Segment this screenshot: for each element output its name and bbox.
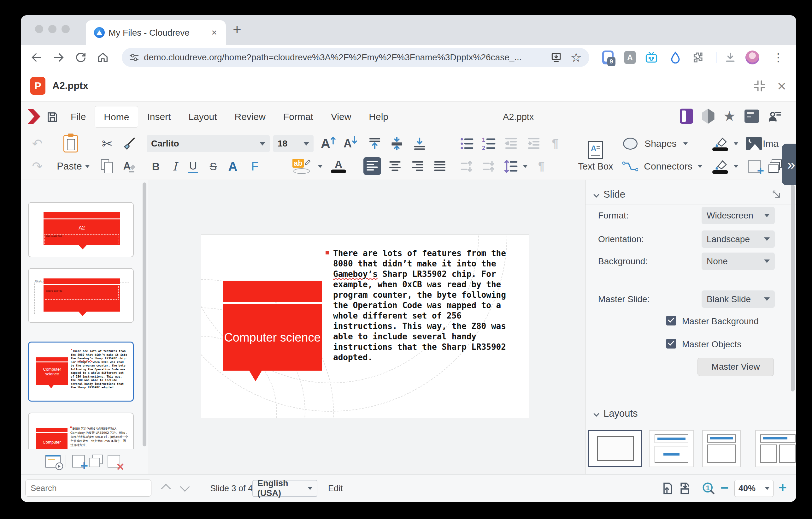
zoom-100-icon[interactable]: 1 [702, 482, 716, 495]
align-justify-icon[interactable] [431, 157, 448, 175]
traffic-light-zoom[interactable] [61, 25, 70, 33]
master-objects-checkbox[interactable] [666, 339, 676, 349]
slide-3-canvas[interactable]: Computer science There are lots of featu… [201, 235, 529, 418]
undo-icon[interactable]: ↶ [28, 135, 46, 153]
tab-close-icon[interactable]: × [208, 27, 220, 38]
shapes-caret[interactable] [682, 135, 690, 153]
line-spacing-icon[interactable] [501, 157, 521, 175]
slide-body-text[interactable]: There are lots of features from the 8080… [333, 248, 511, 363]
slides-stack-icon[interactable] [767, 157, 784, 175]
decrease-indent-icon[interactable] [501, 135, 521, 153]
forward-icon[interactable] [50, 49, 67, 66]
align-right-icon[interactable] [409, 157, 427, 175]
menu-file[interactable]: File [62, 106, 95, 128]
image-icon[interactable] [745, 135, 763, 153]
copy-icon[interactable] [98, 157, 116, 175]
extensions-puzzle-icon[interactable] [690, 49, 705, 66]
traffic-light-minimize[interactable] [48, 25, 56, 33]
url-bar[interactable]: demo.cloudreve.org/home?path=cloudreve%3… [122, 48, 589, 67]
thumbnail-slide-3-selected[interactable]: Computer science There are lots of featu… [28, 342, 134, 402]
valign-middle-icon[interactable] [387, 135, 406, 153]
valign-top-icon[interactable] [365, 135, 384, 153]
panel-toggle-icon[interactable] [680, 109, 693, 124]
install-app-icon[interactable] [550, 51, 562, 63]
zoom-level-select[interactable]: 40% [734, 480, 774, 497]
shapes-button[interactable]: Shapes [642, 135, 679, 153]
mode-label[interactable]: Edit [328, 474, 343, 502]
thumbnails-scrollbar[interactable] [143, 183, 146, 446]
layouts-section-header[interactable]: Layouts [594, 408, 638, 419]
fit-slide-icon[interactable] [661, 482, 674, 495]
clipboard-icon[interactable] [58, 135, 83, 153]
valign-bottom-icon[interactable] [410, 135, 429, 153]
menu-insert[interactable]: Insert [138, 106, 179, 128]
menu-review[interactable]: Review [226, 106, 274, 128]
background-select[interactable]: None [702, 252, 775, 270]
thumbnail-slide-1[interactable]: A2 Click to add Text [28, 202, 134, 257]
format-select[interactable]: Widescreen [702, 207, 775, 224]
underline-icon[interactable]: U [185, 157, 201, 175]
site-controls-icon[interactable] [129, 52, 139, 63]
profile-avatar[interactable] [745, 49, 760, 66]
exit-fullscreen-icon[interactable] [752, 78, 767, 93]
orientation-select[interactable]: Landscape [702, 230, 775, 248]
user-feedback-icon[interactable] [768, 109, 782, 124]
move-down-icon[interactable] [480, 157, 498, 175]
save-icon[interactable] [45, 110, 60, 125]
extension-drop-icon[interactable] [668, 49, 683, 66]
bookmark-star-icon[interactable]: ☆ [570, 51, 582, 64]
traffic-light-close[interactable] [35, 25, 43, 33]
browser-tab[interactable]: My Files - Cloudreve × [86, 20, 226, 45]
delete-slide-icon[interactable]: × [105, 453, 123, 470]
panel-scrollbar[interactable] [791, 185, 795, 391]
zoom-in-button[interactable]: + [779, 474, 787, 502]
menu-format[interactable]: Format [274, 106, 322, 128]
thumbnail-slide-2[interactable]: Click to add Text Click to add Title [28, 268, 134, 323]
highlight-color-icon[interactable]: ab [290, 157, 314, 175]
start-slideshow-icon[interactable] [44, 453, 62, 470]
shape-fill-icon[interactable] [710, 135, 730, 153]
master-slide-select[interactable]: Blank Slide [702, 291, 775, 308]
align-center-icon[interactable] [386, 157, 404, 175]
extension-a-icon[interactable]: A [622, 49, 638, 66]
fit-width-icon[interactable] [678, 482, 692, 495]
increase-indent-icon[interactable] [524, 135, 543, 153]
line-spacing-caret[interactable] [521, 157, 529, 175]
font-color-icon[interactable]: A [329, 157, 348, 175]
shape-outline-icon[interactable] [710, 157, 730, 175]
menu-home[interactable]: Home [95, 106, 138, 128]
decrease-font-icon[interactable]: A [341, 135, 360, 153]
master-view-button[interactable]: Master View [697, 358, 774, 376]
search-next-icon[interactable] [180, 482, 190, 492]
layout-two-content[interactable] [755, 430, 796, 467]
office-logo-icon[interactable] [28, 109, 40, 124]
duplicate-slide-icon[interactable] [87, 453, 105, 470]
search-prev-icon[interactable] [161, 484, 171, 493]
increase-font-icon[interactable]: A [319, 135, 338, 153]
editor-close-icon[interactable]: × [774, 78, 789, 93]
subscript-icon[interactable]: F [246, 157, 264, 175]
gem-icon[interactable] [702, 109, 715, 124]
redo-icon[interactable]: ↷ [28, 157, 46, 175]
insert-pilcrow-icon[interactable]: ¶ [546, 135, 564, 153]
expand-panel-icon[interactable] [772, 189, 781, 199]
italic-icon[interactable]: I [168, 157, 182, 175]
new-tab-button[interactable]: + [233, 22, 241, 37]
bullets-icon[interactable] [457, 135, 476, 153]
align-left-icon[interactable] [364, 157, 381, 175]
numbered-list-icon[interactable]: 12 [480, 135, 498, 153]
extension-tv-icon[interactable] [643, 49, 659, 66]
shape-ellipse-icon[interactable] [622, 135, 638, 153]
url-text[interactable]: demo.cloudreve.org/home?path=cloudreve%3… [144, 52, 550, 62]
shape-fill-caret[interactable] [732, 135, 740, 153]
connectors-button[interactable]: Connectors [642, 157, 695, 175]
shape-outline-caret[interactable] [732, 157, 740, 175]
layout-title-subtitle[interactable] [649, 430, 694, 467]
card-icon[interactable] [745, 110, 759, 123]
clear-style-icon[interactable]: A [120, 157, 138, 175]
search-input[interactable] [25, 480, 151, 497]
superscript-icon[interactable]: A [224, 157, 242, 175]
font-size-select[interactable]: 18 [273, 135, 314, 152]
layout-blank[interactable] [588, 430, 642, 467]
format-painter-icon[interactable] [120, 135, 138, 153]
